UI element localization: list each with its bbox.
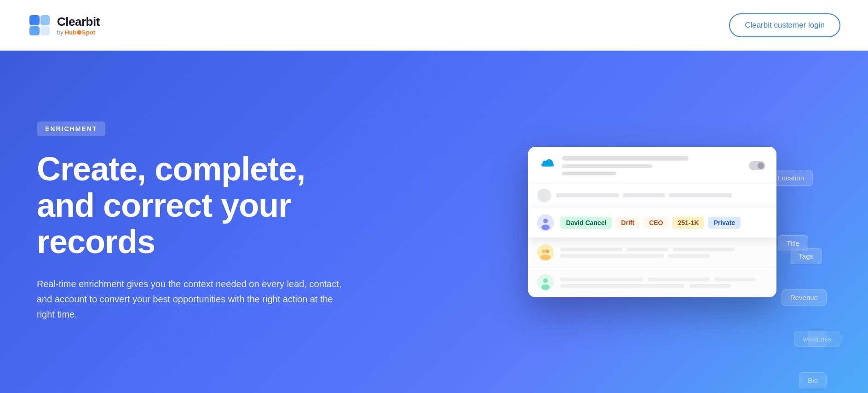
title-tag: CEO bbox=[644, 217, 668, 229]
hubspot-name: Hub bbox=[65, 29, 76, 36]
row2-avatar bbox=[537, 244, 554, 261]
hero-section: ENRICHMENT Create, complete, and correct… bbox=[0, 51, 868, 393]
hero-headline: Create, complete, and correct your recor… bbox=[37, 151, 474, 260]
card-row-2 bbox=[528, 238, 776, 268]
card-toggle[interactable] bbox=[749, 161, 765, 170]
row2-lines bbox=[560, 248, 767, 258]
hero-subtext: Real-time enrichment gives you the conte… bbox=[37, 277, 350, 322]
logo-name: Clearbit bbox=[57, 15, 100, 29]
company-tag: Drift bbox=[615, 217, 640, 229]
r2-l3 bbox=[673, 248, 735, 251]
r2-l2 bbox=[627, 248, 668, 251]
name-tag: David Cancel bbox=[560, 217, 612, 229]
enrichment-badge: ENRICHMENT bbox=[37, 121, 105, 136]
r3-l1 bbox=[560, 277, 643, 281]
r3-l2 bbox=[648, 277, 710, 281]
ftag-ware-mid: ware bbox=[794, 331, 827, 347]
hubspot-dot: ⬤ bbox=[77, 30, 81, 35]
row3-lines bbox=[560, 277, 767, 288]
r2-l4 bbox=[560, 254, 664, 258]
svg-point-13 bbox=[543, 278, 548, 283]
svg-rect-2 bbox=[29, 26, 40, 35]
placeholder-row-1 bbox=[528, 183, 776, 208]
svg-point-9 bbox=[542, 249, 546, 253]
header-line-1 bbox=[562, 156, 688, 161]
svg-point-14 bbox=[541, 284, 550, 290]
header: Clearbit by Hub⬤Spot Clearbit customer l… bbox=[0, 0, 868, 51]
header-line-3 bbox=[562, 172, 616, 175]
ui-card: David Cancel Drift CEO 251-1K Private bbox=[528, 147, 776, 297]
svg-rect-1 bbox=[29, 15, 40, 25]
david-tags: David Cancel Drift CEO 251-1K Private bbox=[560, 217, 741, 229]
hubspot-spot: Spot bbox=[82, 29, 95, 36]
ph-line-3 bbox=[669, 193, 732, 197]
ftag-bio-mid: Bio bbox=[799, 372, 827, 388]
logo-area: Clearbit by Hub⬤Spot bbox=[28, 13, 100, 37]
header-line-2 bbox=[562, 164, 652, 168]
headline-line1: Create, complete, bbox=[37, 150, 305, 187]
ftag-revenue-mid: Revenue bbox=[782, 289, 827, 306]
card-row-3 bbox=[528, 268, 776, 297]
r3-l4 bbox=[560, 284, 684, 288]
svg-point-7 bbox=[541, 225, 550, 230]
hero-right: Title Logo Type Location Tags Revenue wa… bbox=[474, 147, 831, 297]
ftag-loca-mid: Loca bbox=[808, 331, 840, 347]
ph-line-1 bbox=[556, 193, 619, 197]
logo-by-text: by bbox=[57, 29, 63, 36]
logo-text-area: Clearbit by Hub⬤Spot bbox=[57, 15, 100, 36]
login-button[interactable]: Clearbit customer login bbox=[729, 13, 840, 37]
svg-rect-3 bbox=[40, 15, 50, 25]
card-header-lines bbox=[562, 156, 742, 175]
clearbit-logo-icon bbox=[28, 13, 52, 37]
card-row-david: David Cancel Drift CEO 251-1K Private bbox=[528, 208, 776, 238]
ph-line-2 bbox=[623, 193, 665, 197]
r3-l5 bbox=[689, 284, 730, 288]
row3-avatar bbox=[537, 274, 554, 291]
type-tag: Private bbox=[708, 217, 741, 229]
r3-l3 bbox=[714, 277, 756, 281]
headline-line2: and correct your bbox=[37, 187, 291, 224]
logo-sub: by Hub⬤Spot bbox=[57, 29, 100, 36]
svg-point-6 bbox=[543, 219, 548, 223]
size-tag: 251-1K bbox=[672, 217, 704, 229]
hero-left: ENRICHMENT Create, complete, and correct… bbox=[37, 121, 474, 323]
david-avatar bbox=[537, 214, 554, 231]
headline-line3: records bbox=[37, 223, 155, 260]
svg-point-10 bbox=[546, 249, 549, 253]
salesforce-icon bbox=[539, 157, 556, 174]
r2-l5 bbox=[668, 254, 710, 258]
placeholder-avatar-1 bbox=[537, 189, 551, 202]
card-header bbox=[528, 147, 776, 183]
ftag-tags-mid: Tags bbox=[790, 248, 822, 264]
ftag-title-bot: Title bbox=[778, 235, 808, 251]
r2-l1 bbox=[560, 248, 622, 251]
svg-rect-4 bbox=[40, 26, 50, 35]
svg-point-11 bbox=[540, 254, 551, 260]
